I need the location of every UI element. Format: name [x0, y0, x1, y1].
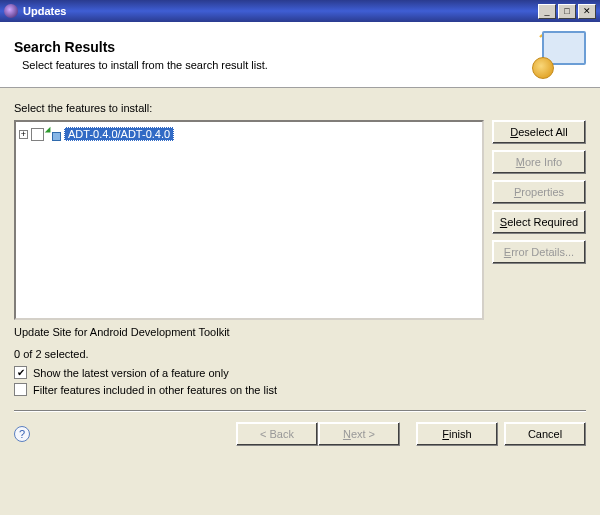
separator — [14, 410, 586, 412]
feature-icon — [47, 127, 61, 141]
close-button[interactable]: ✕ — [578, 4, 596, 19]
show-latest-option[interactable]: ✔ Show the latest version of a feature o… — [14, 366, 586, 379]
selection-count: 0 of 2 selected. — [14, 348, 586, 360]
properties-button: Properties — [492, 180, 586, 204]
select-required-button[interactable]: Select Required — [492, 210, 586, 234]
window-controls: _ □ ✕ — [538, 4, 596, 19]
help-icon[interactable]: ? — [14, 426, 30, 442]
show-latest-checkbox[interactable]: ✔ — [14, 366, 27, 379]
filter-included-label: Filter features included in other featur… — [33, 384, 277, 396]
title-bar: Updates _ □ ✕ — [0, 0, 600, 22]
minimize-button[interactable]: _ — [538, 4, 556, 19]
features-tree[interactable]: + ADT-0.4.0/ADT-0.4.0 — [14, 120, 484, 320]
back-button: < Back — [236, 422, 318, 446]
content-area: Select the features to install: + ADT-0.… — [0, 88, 600, 412]
status-line: Update Site for Android Development Tool… — [14, 326, 586, 338]
error-details-button: Error Details... — [492, 240, 586, 264]
eclipse-icon — [4, 4, 18, 18]
filter-included-option[interactable]: Filter features included in other featur… — [14, 383, 586, 396]
show-latest-label: Show the latest version of a feature onl… — [33, 367, 229, 379]
next-button: Next > — [318, 422, 400, 446]
banner-image — [532, 31, 586, 79]
filter-included-checkbox[interactable] — [14, 383, 27, 396]
banner-heading: Search Results — [14, 39, 268, 55]
wizard-footer: ? < Back Next > Finish Cancel — [0, 422, 600, 460]
maximize-button[interactable]: □ — [558, 4, 576, 19]
banner-subtext: Select features to install from the sear… — [14, 59, 268, 71]
finish-button[interactable]: Finish — [416, 422, 498, 446]
side-button-panel: Deselect All More Info Properties Select… — [492, 120, 586, 264]
feature-label[interactable]: ADT-0.4.0/ADT-0.4.0 — [64, 127, 174, 141]
more-info-button: More Info — [492, 150, 586, 174]
tree-item[interactable]: + ADT-0.4.0/ADT-0.4.0 — [19, 125, 479, 143]
instruction-label: Select the features to install: — [14, 102, 586, 114]
deselect-all-button[interactable]: Deselect All — [492, 120, 586, 144]
cancel-button[interactable]: Cancel — [504, 422, 586, 446]
wizard-banner: Search Results Select features to instal… — [0, 22, 600, 88]
window-title: Updates — [23, 5, 538, 17]
feature-checkbox[interactable] — [31, 128, 44, 141]
expand-icon[interactable]: + — [19, 130, 28, 139]
